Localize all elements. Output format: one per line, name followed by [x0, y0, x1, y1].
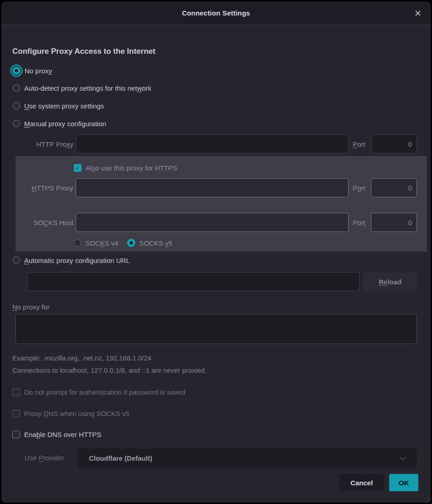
- radio-row-no-proxy[interactable]: No proxy: [12, 65, 52, 77]
- http-proxy-label: HTTP Proxy: [12, 140, 73, 148]
- no-proxy-radio[interactable]: [12, 67, 21, 75]
- https-proxy-input[interactable]: [76, 178, 349, 197]
- provider-label-row: Use Provider: [25, 452, 64, 463]
- radio-row-auto-detect[interactable]: Auto-detect proxy settings for this netw…: [13, 82, 151, 94]
- use-system-radio[interactable]: [13, 102, 20, 109]
- auto-detect-radio[interactable]: [13, 84, 20, 92]
- socks-host-label: SOCKS Host: [12, 219, 73, 226]
- manual-proxy-radio[interactable]: [13, 120, 20, 127]
- also-https-row[interactable]: ✓ Also use this proxy for HTTPS: [74, 162, 177, 174]
- close-icon: ✕: [414, 8, 422, 19]
- auto-detect-label[interactable]: Auto-detect proxy settings for this netw…: [24, 84, 151, 92]
- no-auth-prompt-row[interactable]: Do not prompt for authentication if pass…: [12, 386, 185, 398]
- http-port-input[interactable]: [371, 134, 417, 154]
- radio-row-auto-url[interactable]: Automatic proxy configuration URL: [13, 254, 130, 266]
- no-proxy-for-row: No proxy for: [12, 301, 50, 313]
- https-port-label: Port: [353, 184, 367, 192]
- socks-host-input[interactable]: [76, 213, 349, 232]
- manual-proxy-label[interactable]: Manual proxy configuration: [24, 120, 106, 128]
- provider-label: Use Provider: [25, 454, 64, 462]
- enable-doh-checkbox[interactable]: [12, 431, 20, 438]
- proxy-dns-row[interactable]: Proxy DNS when using SOCKS v5: [12, 407, 129, 419]
- example-text: Example: .mozilla.org, .net.nz, 192.168.…: [12, 352, 151, 364]
- check-icon: ✓: [75, 165, 80, 171]
- chevron-down-icon: [400, 453, 406, 460]
- connection-settings-dialog: Connection Settings ✕ Configure Proxy Ac…: [1, 1, 431, 503]
- enable-doh-row[interactable]: Enable DNS over HTTPS: [12, 428, 101, 440]
- enable-doh-label[interactable]: Enable DNS over HTTPS: [24, 431, 101, 438]
- socks-v5-label[interactable]: SOCKS v5: [139, 239, 173, 247]
- socks-port-label: Port: [353, 219, 367, 226]
- provider-selected-value: Cloudflare (Default): [89, 454, 152, 462]
- socks-host-row: SOCKS Host Port: [12, 213, 417, 232]
- https-port-input[interactable]: [371, 178, 417, 197]
- auto-url-input[interactable]: [27, 272, 360, 291]
- socks-v5-radio[interactable]: [127, 239, 135, 247]
- radio-row-use-system[interactable]: Use system proxy settings: [13, 100, 104, 112]
- provider-dropdown[interactable]: Cloudflare (Default): [78, 448, 417, 468]
- cancel-button[interactable]: Cancel: [339, 474, 384, 491]
- use-system-label[interactable]: Use system proxy settings: [24, 102, 104, 110]
- no-proxy-for-textarea[interactable]: [15, 314, 417, 344]
- socks-v4-radio[interactable]: [74, 239, 81, 247]
- http-proxy-row: HTTP Proxy Port: [12, 134, 417, 154]
- ok-button[interactable]: OK: [389, 474, 418, 491]
- auto-url-radio[interactable]: [13, 257, 20, 264]
- http-proxy-input[interactable]: [76, 134, 349, 154]
- socks-version-row: SOCKS v4 SOCKS v5: [74, 237, 172, 249]
- proxy-dns-label[interactable]: Proxy DNS when using SOCKS v5: [24, 410, 129, 417]
- dialog-titlebar: Connection Settings ✕: [1, 1, 431, 25]
- no-auth-prompt-label[interactable]: Do not prompt for authentication if pass…: [24, 388, 185, 396]
- auto-url-label[interactable]: Automatic proxy configuration URL: [24, 257, 130, 264]
- close-button[interactable]: ✕: [411, 7, 424, 20]
- also-https-label[interactable]: Also use this proxy for HTTPS: [86, 164, 177, 172]
- reload-button[interactable]: Reload: [363, 272, 417, 291]
- http-port-label: Port: [353, 140, 367, 148]
- no-proxy-for-label: No proxy for: [12, 303, 50, 311]
- socks-port-input[interactable]: [371, 213, 417, 232]
- socks-v4-label[interactable]: SOCKS v4: [85, 239, 118, 247]
- also-https-checkbox[interactable]: ✓: [74, 164, 82, 172]
- no-auth-prompt-checkbox[interactable]: [12, 388, 20, 396]
- radio-row-manual[interactable]: Manual proxy configuration: [13, 118, 106, 129]
- no-proxy-label[interactable]: No proxy: [25, 67, 52, 75]
- https-proxy-label: HTTPS Proxy: [12, 184, 73, 192]
- localhost-note: Connections to localhost, 127.0.0.1/8, a…: [12, 364, 206, 376]
- page-title: Configure Proxy Access to the Internet: [12, 47, 155, 56]
- proxy-dns-checkbox[interactable]: [12, 410, 20, 417]
- https-proxy-row: HTTPS Proxy Port: [12, 178, 417, 197]
- dialog-title: Connection Settings: [182, 9, 250, 17]
